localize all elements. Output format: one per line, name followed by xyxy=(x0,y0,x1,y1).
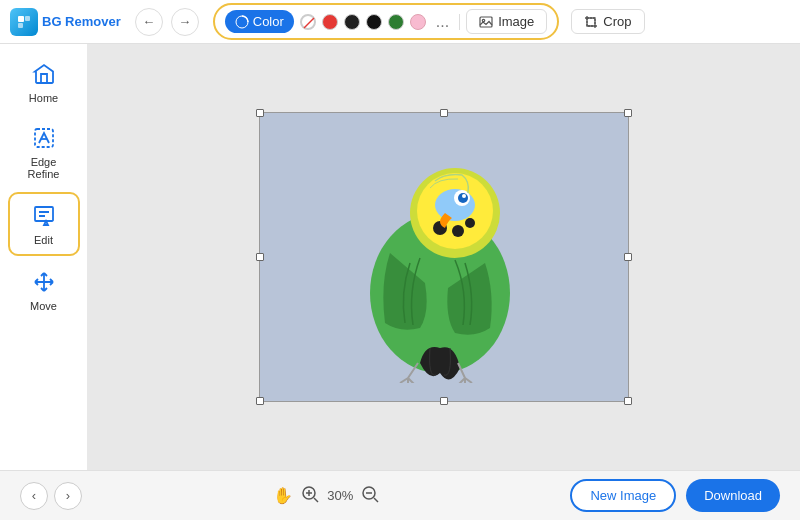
handle-bottom-mid[interactable] xyxy=(440,397,448,405)
prev-button[interactable]: ‹ xyxy=(20,482,48,510)
edit-label: Edit xyxy=(34,234,53,246)
main-area: Home Edge Refine Edit xyxy=(0,44,800,470)
color-pink[interactable] xyxy=(410,14,426,30)
image-tool-label: Image xyxy=(498,14,534,29)
color-red[interactable] xyxy=(322,14,338,30)
grab-icon[interactable]: ✋ xyxy=(273,486,293,505)
svg-point-16 xyxy=(435,189,475,221)
handle-top-right[interactable] xyxy=(624,109,632,117)
move-icon xyxy=(30,268,58,296)
nav-arrows: ‹ › xyxy=(20,482,82,510)
action-buttons: New Image Download xyxy=(570,479,780,512)
app-logo-icon xyxy=(10,8,38,36)
svg-rect-1 xyxy=(25,16,30,21)
app-name-label: BG Remover xyxy=(42,14,121,29)
crop-tool-label: Crop xyxy=(603,14,631,29)
sidebar-item-edge-refine[interactable]: Edge Refine xyxy=(8,116,80,188)
sidebar-item-home[interactable]: Home xyxy=(8,52,80,112)
image-tool-button[interactable]: Image xyxy=(466,9,547,34)
svg-line-4 xyxy=(304,18,314,28)
svg-rect-9 xyxy=(35,207,53,221)
canvas-container[interactable] xyxy=(259,112,629,402)
undo-button[interactable]: ← xyxy=(135,8,163,36)
color-toolbar-group: Color ... Image xyxy=(213,3,560,40)
handle-mid-left[interactable] xyxy=(256,253,264,261)
svg-rect-2 xyxy=(18,23,23,28)
zoom-level: 30% xyxy=(327,488,353,503)
edit-icon xyxy=(30,202,58,230)
toolbar-divider xyxy=(459,14,460,30)
sidebar-item-edit[interactable]: Edit xyxy=(8,192,80,256)
home-label: Home xyxy=(29,92,58,104)
next-button[interactable]: › xyxy=(54,482,82,510)
svg-point-19 xyxy=(462,194,466,198)
move-label: Move xyxy=(30,300,57,312)
bottom-bar: ‹ › ✋ 30% New Image Download xyxy=(0,470,800,520)
edge-refine-label: Edge Refine xyxy=(20,156,68,180)
handle-top-mid[interactable] xyxy=(440,109,448,117)
more-colors-button[interactable]: ... xyxy=(432,13,453,31)
handle-bottom-right[interactable] xyxy=(624,397,632,405)
color-darkblack[interactable] xyxy=(366,14,382,30)
redo-button[interactable]: → xyxy=(171,8,199,36)
home-icon xyxy=(30,60,58,88)
color-tool-label: Color xyxy=(253,14,284,29)
svg-rect-7 xyxy=(587,18,595,26)
color-transparent[interactable] xyxy=(300,14,316,30)
app-logo: BG Remover xyxy=(10,8,121,36)
bird-image xyxy=(300,133,580,383)
crop-tool-button[interactable]: Crop xyxy=(571,9,644,34)
color-green[interactable] xyxy=(388,14,404,30)
zoom-out-icon[interactable] xyxy=(361,485,379,507)
svg-point-14 xyxy=(452,225,464,237)
handle-top-left[interactable] xyxy=(256,109,264,117)
top-bar: BG Remover ← → Color ... xyxy=(0,0,800,44)
edge-refine-icon xyxy=(30,124,58,152)
svg-rect-0 xyxy=(18,16,24,22)
zoom-controls: ✋ 30% xyxy=(273,485,379,507)
handle-bottom-left[interactable] xyxy=(256,397,264,405)
svg-point-6 xyxy=(482,19,484,21)
new-image-button[interactable]: New Image xyxy=(570,479,676,512)
zoom-in-icon[interactable] xyxy=(301,485,319,507)
handle-mid-right[interactable] xyxy=(624,253,632,261)
canvas-area xyxy=(88,44,800,470)
color-tool-button[interactable]: Color xyxy=(225,10,294,33)
sidebar-item-move[interactable]: Move xyxy=(8,260,80,320)
svg-point-15 xyxy=(465,218,475,228)
download-button[interactable]: Download xyxy=(686,479,780,512)
color-black[interactable] xyxy=(344,14,360,30)
sidebar: Home Edge Refine Edit xyxy=(0,44,88,470)
